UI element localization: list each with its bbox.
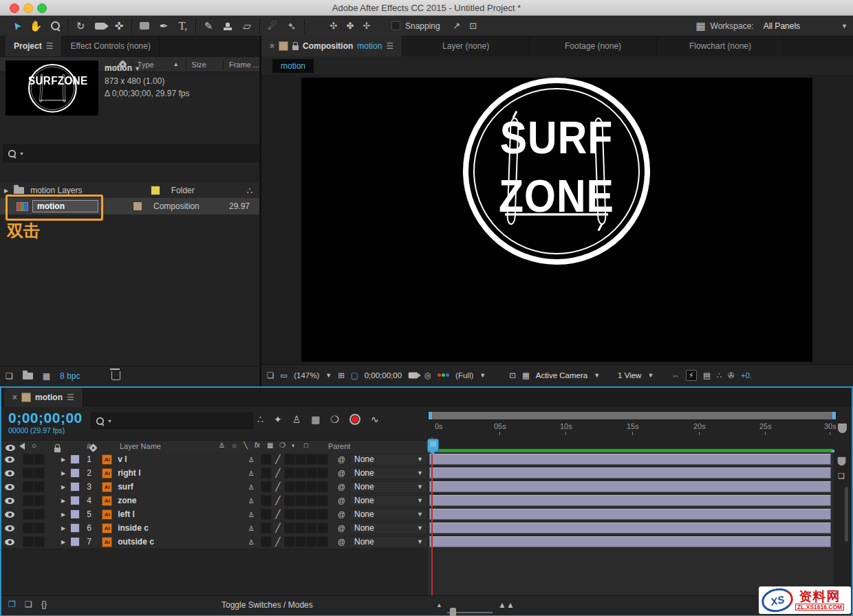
parent-dropdown[interactable]: None▼ <box>349 454 428 465</box>
frame-blend-cell[interactable] <box>295 481 306 492</box>
parent-pickwhip-icon[interactable]: @ <box>338 455 345 463</box>
quality-switch[interactable]: ╱ <box>272 482 284 492</box>
fast-previews-icon[interactable]: ⚡ <box>686 370 697 381</box>
solo-cell[interactable] <box>34 481 45 492</box>
time-navigator[interactable] <box>428 411 836 420</box>
quality-switch-icon[interactable]: ╲ <box>244 441 248 449</box>
motion-blur-cell[interactable] <box>306 454 317 465</box>
col-frame[interactable]: Frame ... <box>229 60 259 69</box>
axis-view-button[interactable]: ✢ <box>358 18 375 34</box>
fx-cell[interactable] <box>284 522 295 534</box>
region-of-interest-icon[interactable]: ▢ <box>351 371 358 380</box>
timeline-zoom-handle[interactable] <box>450 608 456 616</box>
search-options-arrow[interactable]: ▼ <box>19 151 24 156</box>
time-navigator-bar[interactable] <box>429 412 836 419</box>
audio-cell[interactable] <box>23 468 34 478</box>
playhead-marker[interactable] <box>427 439 439 452</box>
fx-cell[interactable] <box>284 536 295 547</box>
frame-blend-cell[interactable] <box>295 495 306 506</box>
parent-dropdown[interactable]: None▼ <box>349 495 428 507</box>
frame-blend-cell[interactable] <box>295 509 306 520</box>
solo-cell[interactable] <box>34 536 45 547</box>
delete-icon[interactable] <box>111 371 120 380</box>
layer-label-color[interactable] <box>70 468 80 478</box>
shy-switch-icon[interactable]: ♙ <box>219 441 225 449</box>
motion-blur-switch-icon[interactable]: ❍ <box>279 441 285 449</box>
layer-name[interactable]: outside c <box>118 537 248 547</box>
threed-cell[interactable] <box>317 481 328 492</box>
layer-bar-2[interactable] <box>429 468 831 478</box>
vertical-scrollbar[interactable] <box>845 487 848 542</box>
expand-layer-arrow[interactable]: ▶ <box>61 498 65 504</box>
exposure-value[interactable]: +0. <box>741 371 752 380</box>
collapse-cell[interactable] <box>261 481 272 492</box>
expand-layer-switches-icon[interactable]: ❐ <box>8 600 16 609</box>
eye-icon[interactable] <box>5 498 14 504</box>
video-column-icon[interactable] <box>6 445 15 451</box>
layer-name[interactable]: v l <box>118 454 248 464</box>
composition-viewport[interactable]: SURF ZONE <box>261 75 853 364</box>
motion-blur-cell[interactable] <box>306 509 317 520</box>
layer-label-color[interactable] <box>70 523 80 533</box>
layer-label-color[interactable] <box>70 537 80 547</box>
layer-row-2[interactable]: ▶ 2 Ai right l ♙ ╱ @ None▼ <box>1 466 428 481</box>
frame-blend-cell[interactable] <box>295 454 306 465</box>
parent-dropdown[interactable]: None▼ <box>349 481 428 493</box>
expand-transfer-controls-icon[interactable]: ❏ <box>25 600 32 609</box>
fx-cell[interactable] <box>284 495 295 506</box>
solo-cell[interactable] <box>34 509 45 520</box>
panel-menu-icon[interactable]: ☰ <box>67 393 74 402</box>
snap-features-icon[interactable]: ⊡ <box>465 18 482 34</box>
workspace-value[interactable]: All Panels <box>764 21 800 31</box>
comp-timecode[interactable]: 0;00;00;00 <box>365 371 402 380</box>
toggle-switches-modes-button[interactable]: Toggle Switches / Modes <box>222 600 313 610</box>
zoom-tool[interactable] <box>45 18 65 34</box>
timeline-zoom-slider[interactable] <box>447 612 493 613</box>
motion-blur-cell[interactable] <box>306 495 317 506</box>
zoom-out-timeline-icon[interactable]: ▲ <box>436 602 442 608</box>
pixel-aspect-icon[interactable]: ⇔ <box>671 371 680 380</box>
threed-cell[interactable] <box>317 495 328 506</box>
clone-stamp-tool[interactable] <box>218 18 237 34</box>
rotation-tool[interactable]: ↻ <box>71 18 90 34</box>
timeline-button-icon[interactable]: ▤ <box>703 371 711 380</box>
threed-cell[interactable] <box>317 509 328 520</box>
expand-layer-arrow[interactable]: ▶ <box>61 512 65 518</box>
parent-pickwhip-icon[interactable]: @ <box>338 469 345 477</box>
threed-cell[interactable] <box>317 454 328 465</box>
expand-layer-arrow[interactable]: ▶ <box>61 470 65 476</box>
parent-pickwhip-icon[interactable]: @ <box>338 510 345 518</box>
audio-cell[interactable] <box>23 522 34 534</box>
audio-cell[interactable] <box>23 495 34 506</box>
eye-icon[interactable] <box>5 470 14 476</box>
draft-3d-icon[interactable]: ✦ <box>274 414 282 425</box>
collapse-cell[interactable] <box>261 522 272 534</box>
workspace-dropdown-arrow[interactable]: ▼ <box>841 23 847 30</box>
collapse-cell[interactable] <box>261 536 272 547</box>
layer-label-color[interactable] <box>70 454 80 464</box>
frame-blend-icon[interactable]: ▦ <box>311 414 320 425</box>
eye-icon[interactable] <box>5 525 14 531</box>
close-panel-icon[interactable]: × <box>12 393 17 402</box>
threed-cell[interactable] <box>317 468 328 478</box>
parent-column[interactable]: Parent <box>328 442 350 450</box>
tab-timeline-motion[interactable]: × motion ☰ <box>4 388 83 407</box>
layer-row-4[interactable]: ▶ 4 Ai zone ♙ ╱ @ None▼ <box>1 494 428 508</box>
layer-row-1[interactable]: ▶ 1 Ai v l ♙ ╱ @ None▼ <box>1 452 428 467</box>
parent-dropdown[interactable]: None▼ <box>349 536 428 548</box>
collapse-cell[interactable] <box>261 468 272 478</box>
zoom-in-timeline-icon[interactable]: ▲▲ <box>498 600 515 610</box>
frame-blend-switch-icon[interactable]: ▦ <box>267 441 273 449</box>
quality-switch[interactable]: ╱ <box>272 454 284 464</box>
motion-blur-cell[interactable] <box>306 468 317 478</box>
project-bpc-button[interactable]: 8 bpc <box>60 371 80 381</box>
solo-cell[interactable] <box>34 454 45 465</box>
hand-tool[interactable]: ✋ <box>26 18 45 34</box>
layer-label-color[interactable] <box>70 482 80 492</box>
selection-tool[interactable]: ➤ <box>7 18 26 34</box>
threed-cell[interactable] <box>317 536 328 547</box>
frame-blend-cell[interactable] <box>295 522 306 534</box>
comp-mini-flowchart-icon[interactable]: ∴ <box>257 414 263 425</box>
quality-switch[interactable]: ╱ <box>272 468 284 478</box>
collapse-cell[interactable] <box>261 509 272 520</box>
